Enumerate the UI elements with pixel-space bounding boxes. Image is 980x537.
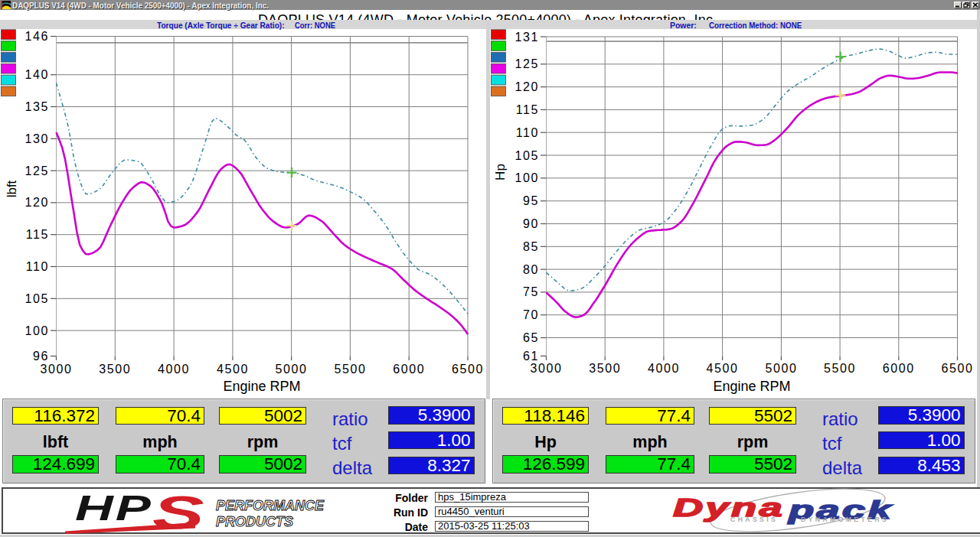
svg-text:6500: 6500 [942,362,974,375]
svg-text:140: 140 [25,68,50,81]
svg-text:125: 125 [25,164,50,177]
svg-text:PERFORMANCE: PERFORMANCE [216,498,325,513]
svg-text:100: 100 [25,324,50,337]
svg-text:100: 100 [515,171,540,184]
svg-text:115: 115 [516,103,539,116]
svg-text:131: 131 [515,31,540,44]
svg-text:3000: 3000 [41,363,73,376]
svg-text:6000: 6000 [393,363,425,376]
svg-text:61: 61 [523,350,539,363]
svg-text:Engine RPM: Engine RPM [713,379,790,394]
svg-text:70: 70 [523,308,539,321]
svg-text:120: 120 [515,80,540,93]
svg-text:90: 90 [523,217,539,230]
svg-text:6000: 6000 [883,362,915,375]
svg-text:65: 65 [523,331,539,344]
svg-text:4000: 4000 [648,362,680,375]
svg-text:S: S [152,488,204,537]
svg-text:3500: 3500 [589,362,621,375]
svg-text:3500: 3500 [99,363,131,376]
svg-text:HP: HP [75,488,153,527]
svg-text:146: 146 [25,30,50,43]
svg-text:110: 110 [516,126,539,139]
svg-text:105: 105 [515,149,540,162]
svg-text:96: 96 [33,350,49,363]
svg-text:4500: 4500 [707,362,739,375]
svg-text:3000: 3000 [531,362,563,375]
svg-text:5500: 5500 [334,363,366,376]
svg-text:110: 110 [26,260,49,273]
svg-text:5500: 5500 [824,362,856,375]
svg-text:130: 130 [25,132,50,145]
svg-text:Hp: Hp [493,164,508,181]
svg-text:95: 95 [523,194,539,207]
svg-text:135: 135 [25,100,50,113]
svg-text:115: 115 [26,228,49,241]
svg-text:120: 120 [25,196,50,209]
svg-text:4000: 4000 [158,363,190,376]
svg-text:DYNAMOMETERS: DYNAMOMETERS [801,516,889,523]
svg-text:85: 85 [523,240,539,253]
svg-text:Engine RPM: Engine RPM [223,379,300,394]
svg-text:lbft: lbft [5,180,19,197]
svg-text:CHASSIS: CHASSIS [730,516,778,523]
svg-text:75: 75 [523,285,539,298]
svg-text:5000: 5000 [765,362,797,375]
svg-text:80: 80 [523,263,539,276]
svg-text:4500: 4500 [217,363,249,376]
svg-text:105: 105 [25,292,50,305]
svg-text:6500: 6500 [452,363,484,376]
svg-text:PRODUCTS: PRODUCTS [216,514,293,529]
svg-text:125: 125 [515,57,540,70]
svg-text:5000: 5000 [276,363,308,376]
